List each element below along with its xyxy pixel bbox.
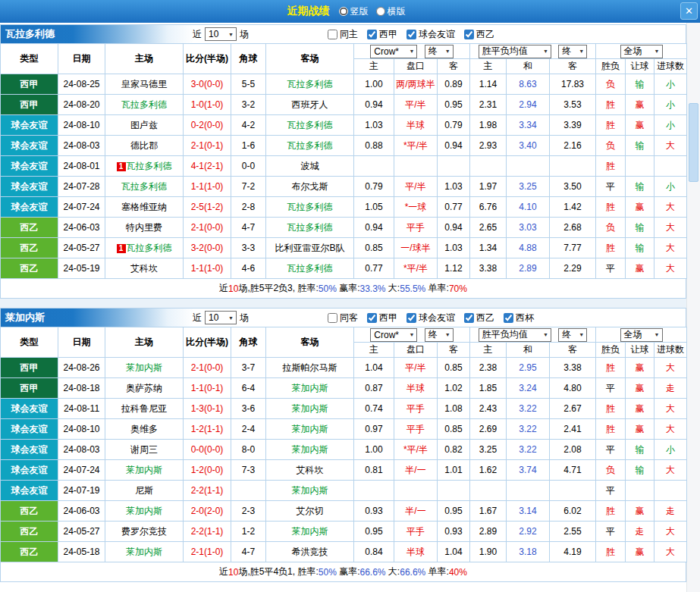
same-venue-checkbox[interactable]: 同主 (328, 28, 358, 41)
avg-type-dropdown[interactable]: 胜平负均值▼ (479, 328, 551, 342)
league-checkbox-liga-input[interactable] (367, 30, 377, 39)
league-checkbox-segunda-input[interactable] (464, 30, 474, 39)
chevron-down-icon: ▼ (654, 332, 660, 337)
odds-time-value: 终 (428, 45, 438, 58)
league-checkbox-copa-input[interactable] (504, 313, 513, 323)
odds-home-cell: 1.00 (354, 74, 394, 95)
avg-win-cell: 1.34 (470, 238, 507, 258)
corner-cell: 1-2 (231, 522, 266, 542)
odds-away-cell: 1.02 (438, 378, 470, 399)
col-header-corner: 角球 (231, 44, 266, 74)
section-filter-row: 莱加内斯 近 10▼ 场 同客 西甲 球会友谊 西乙 西杯 (0, 308, 686, 327)
handicap-line-cell: 两/两球半 (394, 74, 438, 95)
league-checkbox-segunda[interactable]: 西乙 (464, 28, 494, 41)
topbar: 近期战绩 竖版 横版 ✕ (0, 0, 700, 23)
avg-win-cell: 2.31 (470, 95, 507, 115)
league-checkbox-liga[interactable]: 西甲 (367, 312, 397, 324)
home-team-name: 瓦拉多利德 (121, 99, 167, 110)
home-team-cell: 1瓦拉多利德 (105, 156, 184, 177)
league-checkbox-friendly[interactable]: 球会友谊 (407, 312, 455, 324)
avg-draw-cell: 4.88 (507, 238, 550, 258)
league-type-cell: 西甲 (1, 378, 58, 399)
odds-home-cell: 0.79 (354, 177, 394, 197)
recent-count-filter: 近 10▼ 场 (193, 311, 249, 324)
handicap-result-cell: 输 (626, 136, 654, 156)
league-type-cell: 球会友谊 (1, 440, 58, 460)
vertical-layout-radio[interactable]: 竖版 (339, 5, 369, 18)
odds-home-cell: 0.94 (354, 218, 394, 238)
avg-type-dropdown[interactable]: 胜平负均值▼ (479, 45, 551, 58)
league-checkbox-friendly[interactable]: 球会友谊 (407, 28, 455, 41)
match-date-cell: 24-08-26 (58, 358, 105, 378)
odds-away-cell (438, 481, 470, 501)
league-checkbox-friendly-input[interactable] (407, 30, 416, 39)
section-filter-row: 瓦拉多利德 近 10▼ 场 同主 西甲 球会友谊 西乙 (0, 24, 686, 43)
league-filter-group: 同主 西甲 球会友谊 西乙 (328, 28, 494, 41)
summary-segment: 场,胜5平4负1, (238, 565, 297, 578)
avg-lose-cell (550, 156, 596, 177)
goals-result-cell: 小 (654, 74, 687, 95)
scrollbar-thumb[interactable] (689, 103, 698, 182)
avg-lose-cell: 2.55 (550, 522, 596, 542)
odds-away-cell: 0.94 (438, 218, 470, 238)
league-checkbox-liga[interactable]: 西甲 (367, 28, 397, 41)
same-venue-checkbox[interactable]: 同客 (328, 312, 358, 324)
avg-time-dropdown[interactable]: 终▼ (558, 328, 587, 342)
summary-row: 近10场,胜5平4负1, 胜率:50% 赢率:66.6% 大:66.6% 单率:… (0, 562, 686, 582)
result-cell: 负 (596, 74, 626, 95)
same-venue-checkbox-input[interactable] (328, 30, 337, 39)
odds-home-cell: 0.94 (354, 95, 394, 115)
match-row: 球会友谊24-08-10图卢兹0-2(0-0)4-2瓦拉多利德1.03半球0.7… (1, 115, 687, 136)
scrollbar-track[interactable] (686, 23, 700, 592)
away-team-name: 西班牙人 (292, 99, 328, 110)
corner-cell: 4-7 (231, 542, 266, 562)
avg-lose-cell: 17.83 (550, 74, 596, 95)
away-team-cell: 瓦拉多利德 (266, 136, 354, 156)
match-date-cell: 24-08-11 (58, 399, 105, 419)
matches-table: 类型 日期 主场 比分(半场) 角球 客场 Crow*▼ 终▼ 胜平负均值▼ 终… (0, 43, 687, 279)
league-checkbox-segunda-input[interactable] (464, 313, 474, 323)
odds-away-cell: 0.95 (438, 501, 470, 522)
horizontal-layout-radio[interactable]: 横版 (376, 5, 406, 18)
corner-cell: 8-0 (231, 440, 266, 460)
content-area: 瓦拉多利德 近 10▼ 场 同主 西甲 球会友谊 西乙 (0, 24, 686, 582)
match-row: 西甲24-08-18奥萨苏纳1-1(0-1)6-4莱加内斯0.87半球1.021… (1, 378, 687, 399)
home-team-name: 奥萨苏纳 (126, 383, 162, 393)
odds-time-dropdown[interactable]: 终▼ (425, 328, 454, 342)
match-count-dropdown[interactable]: 10▼ (205, 27, 237, 41)
close-button[interactable]: ✕ (680, 2, 698, 20)
avg-dropdown-cell: 胜平负均值▼ 终▼ (470, 44, 596, 59)
avg-win-cell: 1.98 (470, 115, 507, 136)
col-header-handicap: 让球 (626, 59, 654, 74)
odds-company-dropdown[interactable]: Crow*▼ (370, 328, 417, 342)
league-checkbox-liga-input[interactable] (367, 313, 377, 323)
league-checkbox-segunda[interactable]: 西乙 (464, 312, 494, 324)
match-row: 西乙24-05-18莱加内斯2-1(1-0)4-7希洪竞技0.84半球1.041… (1, 542, 687, 562)
handicap-line-cell (394, 481, 438, 501)
handicap-result-cell: 赢 (626, 542, 654, 562)
handicap-line-cell: 平手 (394, 399, 438, 419)
goals-result-cell: 大 (654, 258, 687, 279)
avg-lose-cell: 1.42 (550, 197, 596, 218)
goals-result-cell: 大 (654, 238, 687, 258)
corner-cell: 2-3 (231, 501, 266, 522)
league-checkbox-copa[interactable]: 西杯 (504, 312, 534, 324)
odds-company-dropdown[interactable]: Crow*▼ (370, 45, 417, 58)
result-cell: 平 (596, 258, 626, 279)
league-checkbox-friendly-input[interactable] (407, 313, 416, 323)
odds-time-dropdown[interactable]: 终▼ (425, 45, 454, 58)
scope-dropdown[interactable]: 全场▼ (620, 45, 663, 58)
scope-dropdown[interactable]: 全场▼ (620, 328, 663, 342)
horizontal-layout-radio-input[interactable] (376, 7, 385, 16)
match-row: 西乙24-06-03特内里费2-1(0-0)4-7瓦拉多利德0.94平手0.94… (1, 218, 687, 238)
avg-time-dropdown[interactable]: 终▼ (558, 45, 587, 58)
odds-company-value: Crow* (374, 330, 399, 340)
vertical-layout-radio-input[interactable] (339, 7, 348, 16)
summary-segment: 胜率: (297, 565, 318, 578)
same-venue-checkbox-input[interactable] (328, 313, 337, 323)
match-date-cell: 24-08-01 (58, 156, 105, 177)
odds-home-cell: 0.87 (354, 378, 394, 399)
match-date-cell: 24-06-03 (58, 501, 105, 522)
chevron-down-icon: ▼ (445, 49, 450, 54)
match-count-dropdown[interactable]: 10▼ (205, 311, 237, 324)
